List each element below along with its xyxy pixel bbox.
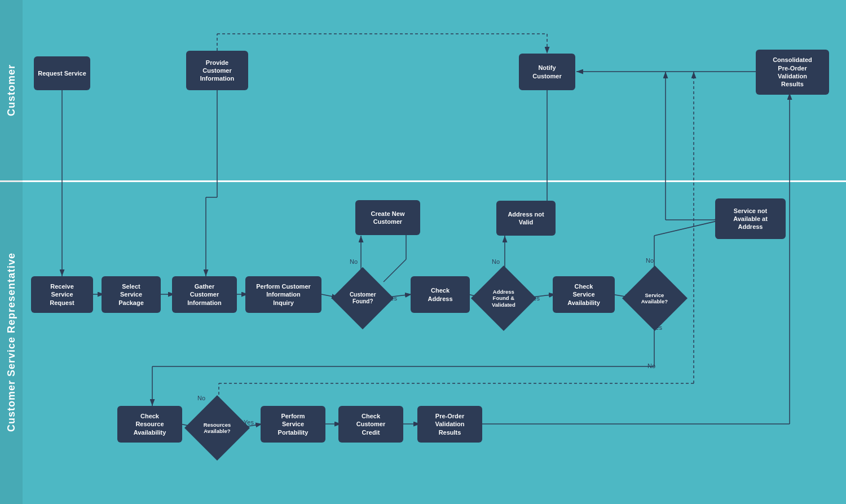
node-create-new-customer: Create NewCustomer: [355, 200, 420, 235]
node-notify-customer: NotifyCustomer: [519, 54, 575, 90]
swimlane-divider: [0, 180, 846, 182]
label-no-customer-found: No: [350, 258, 358, 265]
label-yes-service: Yes: [652, 324, 662, 331]
node-perform-service-portability: PerformServicePortability: [261, 406, 325, 443]
label-yes-address: Yes: [530, 295, 540, 302]
node-service-not-available: Service notAvailable atAddress: [715, 198, 786, 239]
svg-line-22: [654, 220, 722, 236]
label-no-bottom: No: [647, 362, 655, 369]
node-perform-inquiry: Perform CustomerInformationInquiry: [245, 276, 321, 313]
node-customer-found: CustomerFound?: [332, 267, 394, 329]
diagram-container: Customer Customer Service Representative: [0, 0, 846, 504]
node-check-customer-credit: CheckCustomerCredit: [338, 406, 403, 443]
swimlane-csr-label: Customer Service Representative: [0, 180, 23, 504]
swimlane-customer-label: Customer: [0, 0, 23, 180]
node-check-address: CheckAddress: [411, 276, 470, 313]
node-address-found-validated: AddressFound &Validated: [471, 266, 536, 331]
label-yes-resources: Yes: [244, 419, 254, 426]
node-check-resource-availability: CheckResourceAvailability: [117, 406, 182, 443]
node-receive-service-request: ReceiveServiceRequest: [31, 276, 93, 313]
node-service-available: ServiceAvailable?: [622, 266, 688, 331]
label-no-service: No: [646, 257, 654, 264]
node-provide-customer-info: ProvideCustomerInformation: [186, 51, 248, 90]
node-check-service-availability: CheckServiceAvailability: [553, 276, 615, 313]
node-request-service: Request Service: [34, 56, 90, 90]
label-no-resources: No: [197, 395, 205, 401]
label-no-address: No: [492, 258, 500, 265]
node-gather-customer-info: GatherCustomerInformation: [172, 276, 237, 313]
node-address-not-valid: Address notValid: [496, 201, 556, 236]
node-resources-available: ResourcesAvailable?: [184, 395, 250, 461]
label-yes-customer-found: Yes: [387, 295, 397, 302]
svg-line-14: [384, 259, 406, 282]
node-select-service-package: SelectServicePackage: [102, 276, 161, 313]
node-pre-order-validation: Pre-OrderValidationResults: [417, 406, 482, 443]
node-consolidated-results: ConsolidatedPre-OrderValidationResults: [756, 50, 829, 95]
